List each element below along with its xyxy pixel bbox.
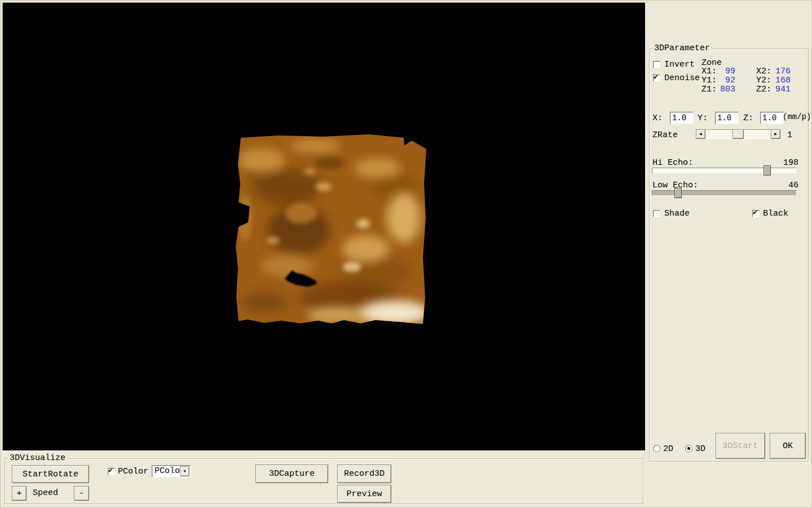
ok-button[interactable]: OK xyxy=(770,433,806,459)
render-viewport[interactable] xyxy=(2,2,645,450)
zone-y2-value: 168 xyxy=(765,76,791,85)
scroll-right-icon: ► xyxy=(774,132,777,137)
speed-label: Speed xyxy=(33,488,58,498)
zrate-scroll-left-button[interactable]: ◄ xyxy=(696,129,705,139)
zrate-scroll-right-button[interactable]: ► xyxy=(771,129,780,139)
start-rotate-button[interactable]: StartRotate xyxy=(12,465,89,483)
invert-label[interactable]: Invert xyxy=(664,60,695,69)
shade-checkbox[interactable] xyxy=(653,210,660,217)
low-echo-slider-thumb[interactable] xyxy=(674,188,682,198)
voxel-y-label: Y: xyxy=(698,113,708,123)
3dcapture-button[interactable]: 3DCapture xyxy=(255,465,328,483)
zone-x2-value: 176 xyxy=(765,67,791,76)
denoise-label[interactable]: Denoise xyxy=(664,73,700,83)
checkmark-icon: ✔ xyxy=(654,73,658,81)
speed-minus-button[interactable]: - xyxy=(74,486,89,501)
zone-y1-value: 92 xyxy=(710,76,735,85)
ultrasound-3d-render xyxy=(233,133,427,327)
record3d-button[interactable]: Record3D xyxy=(337,465,391,483)
chevron-down-icon: ▼ xyxy=(183,469,186,474)
black-checkbox[interactable]: ✔ xyxy=(752,210,760,217)
zone-z1-value: 803 xyxy=(710,85,735,94)
low-echo-slider[interactable] xyxy=(652,188,797,198)
black-label[interactable]: Black xyxy=(763,209,788,218)
voxel-z-label: Z: xyxy=(743,113,753,123)
parameter-groupbox: 3DParameter Invert ✔ Denoise Zone X1: 99… xyxy=(649,49,809,462)
mode-2d-label[interactable]: 2D xyxy=(663,444,673,454)
invert-checkbox[interactable] xyxy=(653,61,660,68)
app-window: 3DParameter Invert ✔ Denoise Zone X1: 99… xyxy=(0,0,812,508)
mode-2d-radio[interactable] xyxy=(653,445,660,452)
zone-x1-value: 99 xyxy=(710,67,735,76)
shade-label[interactable]: Shade xyxy=(664,209,690,218)
visualize-group-title: 3DVisualize xyxy=(8,453,67,463)
hi-echo-slider-track[interactable] xyxy=(652,168,797,173)
checkmark-icon: ✔ xyxy=(108,466,113,475)
zrate-value: 1 xyxy=(787,130,792,140)
pcolor-checkbox[interactable]: ✔ xyxy=(108,468,115,475)
denoise-checkbox[interactable]: ✔ xyxy=(653,75,660,82)
voxel-x-label: X: xyxy=(652,113,663,123)
speed-plus-button[interactable]: + xyxy=(12,486,27,501)
mode-3d-label[interactable]: 3D xyxy=(695,444,705,454)
visualize-groupbox: 3DVisualize StartRotate + Speed - ✔ PCol… xyxy=(5,458,643,504)
zone-z2-value: 941 xyxy=(765,85,791,94)
parameter-group-title: 3DParameter xyxy=(652,43,712,54)
low-echo-slider-track[interactable] xyxy=(652,190,797,196)
zrate-scroll-thumb[interactable] xyxy=(732,129,744,139)
dropdown-button[interactable]: ▼ xyxy=(180,466,189,476)
mode-3d-radio[interactable] xyxy=(685,445,692,452)
preview-button[interactable]: Preview xyxy=(337,485,391,503)
checkmark-icon: ✔ xyxy=(753,208,757,217)
voxel-unit-label: (mm/p) xyxy=(783,112,811,122)
pcolor-label[interactable]: PColor xyxy=(118,467,148,476)
hi-echo-slider[interactable] xyxy=(652,165,797,176)
voxel-x-input[interactable] xyxy=(670,112,694,124)
scroll-left-icon: ◄ xyxy=(699,132,702,137)
hi-echo-slider-thumb[interactable] xyxy=(764,165,771,176)
zrate-scrollbar[interactable]: ◄ ► xyxy=(696,129,780,139)
voxel-y-input[interactable] xyxy=(715,112,739,124)
zrate-label: ZRate xyxy=(652,130,678,140)
voxel-z-input[interactable] xyxy=(760,112,784,124)
pcolor-dropdown[interactable]: PColor ▼ xyxy=(152,465,191,478)
3dstart-button[interactable]: 3DStart xyxy=(716,433,765,459)
